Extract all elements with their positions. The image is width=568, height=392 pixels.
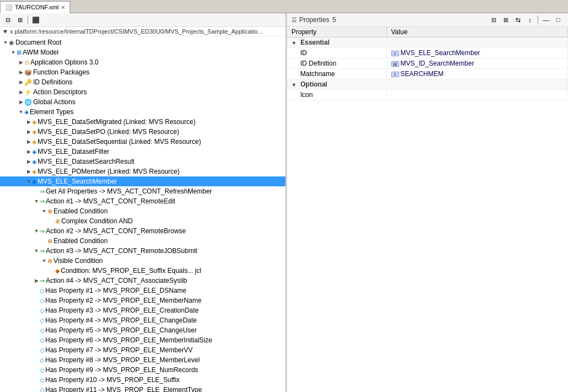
tree-item[interactable]: ▼ ⊕ Enabled Condition (0, 206, 285, 216)
tree-item[interactable]: ◇ Has Property #3 -> MVS_PROP_ELE_Creati… (0, 305, 285, 315)
tree-toggle[interactable]: ▶ (25, 158, 32, 165)
tree-toggle[interactable]: ▶ (18, 69, 24, 76)
prop-value-cell[interactable]: ▤MVS_ID_SearchMember (386, 58, 568, 69)
tree-toggle[interactable] (33, 287, 40, 294)
props-toolbar-btn3[interactable]: ⇆ (512, 14, 523, 25)
prop-value-cell[interactable]: ≡MVS_ELE_SearchMember (386, 48, 568, 58)
tree-item-label: Complex Condition AND (61, 217, 132, 225)
tree-item[interactable]: ▶ ◈ MVS_ELE_DataSetMigrated (Linked: MVS… (0, 117, 285, 127)
tree-item[interactable]: ▼ ⇒ Action #3 -> MVS_ACT_CONT_RemoteJOBS… (0, 246, 285, 256)
tab-close-button[interactable]: ✕ (61, 4, 65, 10)
filter-button[interactable]: ⬛ (30, 14, 41, 25)
tree-item[interactable]: ▶ ⇒ Action #4 -> MVS_ACT_CONT_AssociateS… (0, 276, 285, 286)
tree-toggle[interactable]: ▶ (18, 89, 24, 95)
props-section-row[interactable]: ▼ Essential (287, 37, 568, 48)
tree-item[interactable]: ◇ Has Property #10 -> MVS_PROP_ELE_Suffi… (0, 375, 285, 385)
tree-toggle[interactable] (33, 307, 40, 314)
global-icon: 🌐 (24, 99, 32, 106)
tree-item[interactable]: ◇ Has Property #6 -> MVS_PROP_ELE_Member… (0, 335, 285, 345)
tree-toggle[interactable]: ▼ (25, 178, 32, 185)
tree-toggle[interactable]: ▶ (18, 99, 24, 105)
tree-item[interactable]: ▶ ◈ MVS_ELE_DataSetSequential (Linked: M… (0, 137, 285, 147)
tree-toggle[interactable]: ▶ (25, 128, 32, 135)
prop-value-cell[interactable] (386, 90, 568, 100)
tree-toggle[interactable]: ▼ (33, 198, 40, 205)
tree-item[interactable]: ▶ 📦 Function Packages (0, 67, 285, 77)
tree-toggle[interactable]: ▼ (2, 39, 9, 46)
tree-toggle[interactable] (33, 337, 40, 343)
tree-toggle[interactable]: ▶ (25, 138, 32, 145)
tree-toggle[interactable] (33, 386, 40, 392)
section-toggle-icon[interactable]: ▼ (291, 40, 296, 46)
props-minimize-button[interactable]: — (540, 14, 551, 25)
tree-item[interactable]: ▼ ⊕ Visible Condition (0, 256, 285, 266)
tree-toggle[interactable]: ▶ (25, 168, 32, 175)
pkg-icon: 📦 (24, 69, 32, 76)
tree-toggle[interactable] (49, 218, 55, 224)
tree-item[interactable]: ▼ ◈ MVS_ELE_SearchMember (0, 176, 285, 186)
tree-toggle[interactable] (33, 367, 40, 373)
tree-toggle[interactable]: ▼ (33, 248, 40, 254)
tree-item[interactable]: ▼ ⇒ Action #2 -> MVS_ACT_CONT_RemoteBrow… (0, 226, 285, 236)
tree-item[interactable]: ◇ Has Property #11 -> MVS_PROP_ELE_Eleme… (0, 385, 285, 392)
tree-toggle[interactable] (33, 297, 40, 304)
props-toolbar-btn4[interactable]: ↕ (524, 14, 535, 25)
tree-toggle[interactable] (33, 188, 40, 195)
tree-item[interactable]: ◇ Has Property #5 -> MVS_PROP_ELE_Change… (0, 325, 285, 335)
tree-item[interactable]: ⇒ Get All Properties -> MVS_ACT_CONT_Ref… (0, 186, 285, 196)
tree-item[interactable]: ▶ ◈ MVS_ELE_DataSetPO (Linked: MVS Resou… (0, 127, 285, 137)
tree-toggle[interactable] (33, 317, 40, 324)
action-icon: ⇒ (40, 277, 45, 284)
expand-all-button[interactable]: ⊞ (14, 14, 25, 25)
tree-item[interactable]: ▶ ⊙ Application Options 3.0 (0, 57, 285, 67)
tree-toggle[interactable]: ▼ (18, 109, 24, 115)
tree-item[interactable]: ▶ 🌐 Global Actions (0, 97, 285, 107)
tree-item[interactable]: ⊕ Complex Condition AND (0, 216, 285, 226)
tree-toggle[interactable]: ▶ (25, 119, 32, 125)
tree-toggle[interactable]: ▼ (10, 49, 17, 56)
tree-toggle[interactable]: ▶ (33, 277, 40, 284)
tree-toggle[interactable] (33, 377, 40, 383)
action-icon: ⇒ (40, 198, 45, 205)
tree-toggle[interactable]: ▶ (25, 148, 32, 155)
tree-item[interactable]: ◇ Has Property #9 -> MVS_PROP_ELE_NumRec… (0, 365, 285, 375)
tree-toggle[interactable]: ▼ (33, 228, 40, 234)
tree-toggle[interactable]: ▶ (18, 59, 24, 66)
tree-item-label: Element Types (30, 108, 73, 116)
collapse-all-button[interactable]: ⊟ (2, 14, 13, 25)
tree-item[interactable]: ◆ Condition: MVS_PROP_ELE_Suffix Equals.… (0, 266, 285, 276)
tree-toggle[interactable]: ▶ (18, 79, 24, 85)
tree-item[interactable]: ◇ Has Property #4 -> MVS_PROP_ELE_Change… (0, 315, 285, 325)
props-maximize-button[interactable]: □ (553, 14, 564, 25)
section-toggle-icon[interactable]: ▼ (291, 82, 296, 88)
prop-icon: ◇ (40, 327, 44, 334)
tree-item[interactable]: ▶ ◈ MVS_ELE_DatasetSearchResult (0, 157, 285, 167)
tree-item[interactable]: ▼ ◉ Document Root (0, 37, 285, 47)
tree-toggle[interactable] (41, 238, 47, 244)
prop-value-cell[interactable]: ≡SEARCHMEM (386, 69, 568, 79)
tree-item[interactable]: ▼ ⊞ AWM Model (0, 47, 285, 57)
tree-item[interactable]: ◇ Has Property #8 -> MVS_PROP_ELE_Member… (0, 355, 285, 365)
tree-item[interactable]: ▶ ⚡ Action Descriptors (0, 87, 285, 97)
tree-item[interactable]: ▶ 🔑 ID Definitions (0, 77, 285, 87)
tree-item[interactable]: ▼ ◈ Element Types (0, 107, 285, 117)
tree-item[interactable]: ⊕ Enabled Condition (0, 236, 285, 246)
props-section-row[interactable]: ▼ Optional (287, 79, 568, 90)
tree-item[interactable]: ◇ Has Property #1 -> MVS_PROP_ELE_DSName (0, 286, 285, 296)
tree-item[interactable]: ▶ ◈ MVS_ELE_POMember (Linked: MVS Resour… (0, 167, 285, 176)
tab-taurconf[interactable]: ⬜ TAURCONF.xml ✕ (0, 1, 70, 13)
tree-toggle[interactable] (49, 267, 55, 274)
tree-item[interactable]: ▼ ⇒ Action #1 -> MVS_ACT_CONT_RemoteEdit (0, 196, 285, 206)
tree-item[interactable]: ◇ Has Property #7 -> MVS_PROP_ELE_Member… (0, 345, 285, 355)
tree-toggle[interactable] (33, 357, 40, 363)
props-toolbar-btn1[interactable]: ⊟ (488, 14, 499, 25)
tree-item-label: Enabled Condition (54, 237, 108, 245)
tree-toggle[interactable] (33, 327, 40, 334)
tree-item[interactable]: ▶ ◈ MVS_ELE_DatasetFilter (0, 147, 285, 157)
props-toolbar-btn2[interactable]: ⊞ (500, 14, 511, 25)
tree-content[interactable]: ▼ ◉ Document Root ▼ ⊞ AWM Model ▶ ⊙ Appl… (0, 36, 285, 392)
tree-toggle[interactable]: ▼ (41, 257, 47, 264)
tree-toggle[interactable] (33, 347, 40, 353)
tree-item[interactable]: ◇ Has Property #2 -> MVS_PROP_ELE_Member… (0, 296, 285, 305)
tree-toggle[interactable]: ▼ (41, 208, 47, 214)
